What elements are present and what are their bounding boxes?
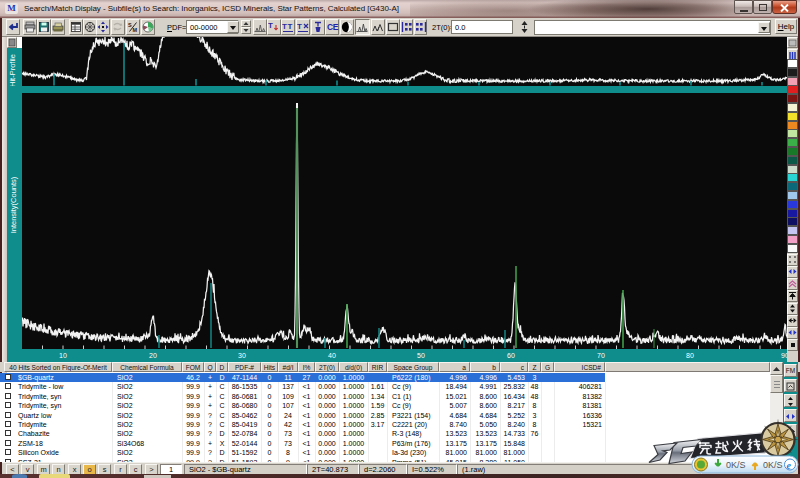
svg-text:T: T bbox=[282, 22, 287, 31]
svg-text:T: T bbox=[297, 22, 302, 31]
svg-text:0K/S: 0K/S bbox=[726, 460, 746, 470]
svg-text:T: T bbox=[288, 22, 293, 31]
svg-text:M: M bbox=[133, 27, 138, 33]
svg-text:0K/S: 0K/S bbox=[763, 460, 783, 470]
svg-text:T: T bbox=[268, 21, 273, 30]
svg-text:e: e bbox=[787, 460, 792, 471]
svg-text:S: S bbox=[128, 22, 132, 28]
